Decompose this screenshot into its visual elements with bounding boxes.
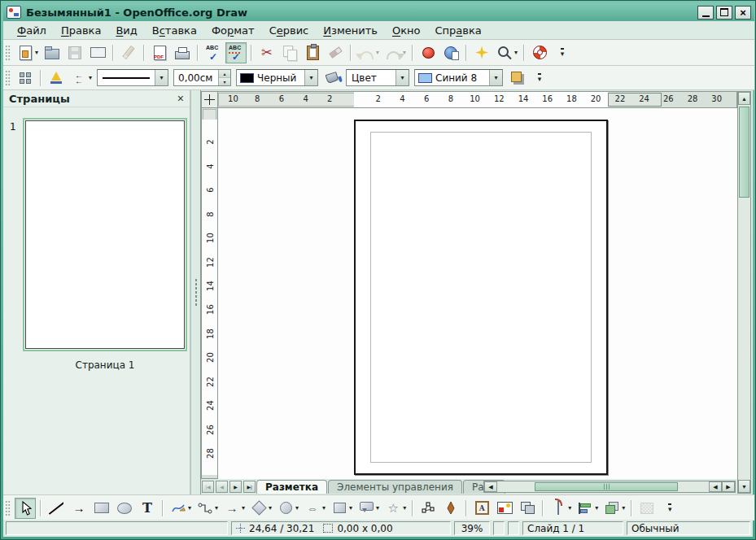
tab-nav-right-button[interactable]: ▶ [229, 481, 242, 493]
hyperlink-button[interactable] [440, 42, 461, 63]
toolbar-options-button[interactable]: ▾ [552, 42, 573, 63]
drawing-canvas[interactable] [218, 108, 737, 479]
toolbar-grip[interactable] [5, 45, 11, 61]
new-document-button[interactable]: ▾ [15, 42, 40, 63]
lines-and-arrows-button[interactable]: →▾ [221, 498, 247, 519]
glue-points-button[interactable] [440, 498, 461, 519]
from-file-button[interactable] [494, 498, 515, 519]
gallery-button[interactable] [417, 42, 439, 63]
status-position-size-field[interactable]: 24,64 / 30,21 0,00 x 0,00 [231, 521, 451, 535]
scroll-down-button[interactable]: ▼ [738, 480, 750, 493]
paste-button[interactable] [302, 42, 323, 63]
tab-layout[interactable]: Разметка [256, 480, 327, 494]
toolbar-options-button[interactable]: ▾ [529, 68, 550, 89]
format-paintbrush-button[interactable] [325, 42, 346, 63]
flowcharts-button[interactable]: ▾ [329, 498, 354, 519]
styles-and-formatting-button[interactable] [15, 68, 36, 89]
save-button[interactable] [64, 42, 85, 63]
menu-item-help[interactable]: Справка [427, 23, 488, 38]
chevron-down-icon[interactable]: ▾ [395, 70, 409, 85]
scroll-up-button[interactable]: ▲ [738, 92, 750, 105]
curve-button[interactable]: ▾ [168, 498, 193, 519]
open-button[interactable] [42, 42, 63, 63]
stars-button[interactable]: ☆▾ [382, 498, 408, 519]
horizontal-scrollbar-thumb[interactable] [535, 482, 678, 491]
tab-nav-first-button[interactable]: |◀ [202, 481, 214, 493]
redo-button[interactable]: ▾ [382, 42, 408, 63]
toolbar-grip[interactable] [5, 500, 11, 516]
minimize-button[interactable] [697, 6, 714, 20]
menu-item-modify[interactable]: Изменить [316, 23, 385, 38]
ellipse-button[interactable] [114, 498, 135, 519]
status-zoom-field[interactable]: 39% [454, 521, 490, 535]
chevron-down-icon[interactable]: ▾ [304, 70, 317, 85]
chevron-down-icon[interactable]: ▾ [155, 70, 168, 85]
status-view-field[interactable]: Обычный [627, 521, 750, 535]
spellcheck-button[interactable]: ABC✓ [203, 42, 224, 63]
menu-item-window[interactable]: Окно [385, 23, 428, 38]
scroll-right-button[interactable]: ▶ [722, 481, 735, 492]
tab-nav-left-button[interactable]: ◀ [216, 481, 228, 493]
tab-nav-last-button[interactable]: ▶| [243, 481, 256, 493]
zoom-button[interactable]: ▾ [494, 42, 519, 63]
horizontal-scrollbar[interactable]: ◀ ◀ ▶ [483, 481, 736, 493]
cut-button[interactable]: ✂ [256, 42, 277, 63]
area-dialog-button[interactable] [321, 68, 343, 89]
scroll-left-button-2[interactable]: ◀ [709, 481, 722, 492]
maximize-button[interactable] [716, 6, 732, 20]
line-dialog-button[interactable] [46, 68, 67, 89]
menu-item-format[interactable]: Формат [204, 23, 262, 38]
auto-spellcheck-button[interactable]: ABC✓ [225, 42, 247, 63]
alignment-button[interactable]: ▾ [575, 498, 600, 519]
menu-item-tools[interactable]: Сервис [262, 23, 317, 38]
symbol-shapes-button[interactable]: ▾ [275, 498, 300, 519]
menu-item-view[interactable]: Вид [108, 23, 144, 38]
shadow-button[interactable] [506, 68, 527, 89]
status-slide-field[interactable]: Слайд 1 / 1 [522, 521, 623, 535]
arrange-button[interactable]: ▾ [601, 498, 627, 519]
fill-style-select[interactable]: Цвет▾ [346, 69, 409, 86]
interaction-button[interactable] [636, 498, 658, 519]
tab-controls[interactable]: Элементы управления [328, 480, 462, 494]
line-button[interactable] [46, 498, 67, 519]
navigator-button[interactable] [471, 42, 492, 63]
gallery-button[interactable] [517, 498, 538, 519]
vertical-scrollbar[interactable]: ▲ ▼ [737, 91, 751, 494]
spin-up-icon[interactable]: ▴ [219, 70, 230, 78]
help-button[interactable] [529, 42, 550, 63]
edit-file-button[interactable] [118, 42, 139, 63]
menu-item-file[interactable]: Файл [10, 23, 54, 38]
page[interactable] [354, 120, 608, 475]
arrow-style-button[interactable]: ←←▾ [68, 68, 94, 89]
line-ends-with-arrow-button[interactable]: → [68, 498, 90, 519]
rotate-button[interactable]: ▾ [548, 498, 573, 519]
text-button[interactable]: T [137, 498, 158, 519]
edit-points-button[interactable] [417, 498, 439, 519]
line-width-input[interactable]: 0,00см▴▾ [173, 69, 231, 86]
basic-shapes-button[interactable]: ▾ [248, 498, 273, 519]
close-button[interactable]: × [735, 6, 751, 20]
select-button[interactable] [15, 498, 36, 519]
undo-button[interactable]: ▾ [356, 42, 381, 63]
vertical-ruler[interactable]: 246810121416182022242628 [201, 108, 218, 479]
export-pdf-button[interactable]: PDF [149, 42, 170, 63]
print-button[interactable] [172, 42, 193, 63]
menu-item-insert[interactable]: Вставка [145, 23, 204, 38]
toolbar-options-button[interactable]: ▾ [659, 498, 680, 519]
fontwork-button[interactable]: A [471, 498, 492, 519]
block-arrows-button[interactable]: ⇔▾ [302, 498, 327, 519]
callouts-button[interactable]: ▾ [356, 498, 381, 519]
vertical-scrollbar-thumb[interactable] [739, 107, 749, 198]
panel-splitter[interactable] [190, 90, 201, 494]
copy-button[interactable] [279, 42, 300, 63]
titlebar[interactable]: Безымянный1 - OpenOffice.org Draw × [3, 3, 754, 21]
email-document-button[interactable] [87, 42, 108, 63]
chevron-down-icon[interactable]: ▾ [489, 70, 502, 85]
spin-down-icon[interactable]: ▾ [219, 78, 230, 85]
ruler-origin-button[interactable] [201, 91, 218, 108]
panel-close-button[interactable]: × [177, 93, 184, 104]
line-style-select[interactable]: ▾ [97, 69, 168, 86]
rectangle-button[interactable] [91, 498, 112, 519]
fill-color-select[interactable]: Синий 8▾ [414, 69, 503, 86]
line-color-select[interactable]: Черный▾ [236, 69, 318, 86]
